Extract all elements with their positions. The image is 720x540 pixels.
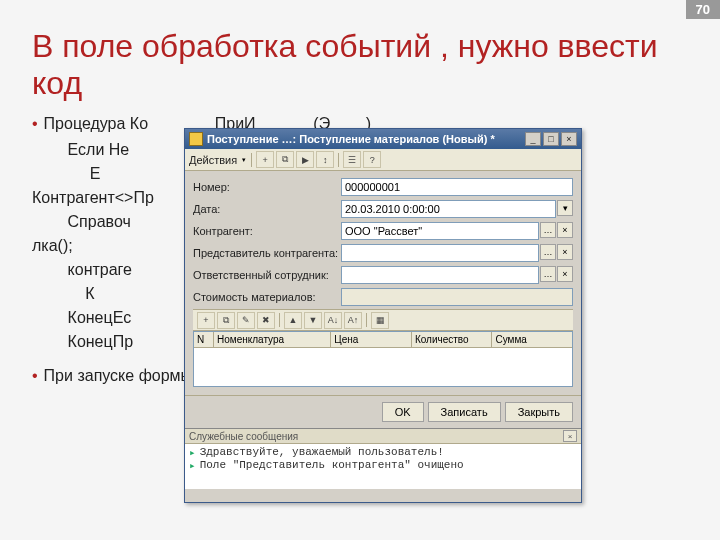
message-text: Здравствуйте, уважаемый пользователь! (200, 446, 444, 458)
grid-btn-movedown-icon[interactable]: ▼ (304, 312, 322, 329)
responsible-field[interactable] (341, 266, 539, 284)
titlebar[interactable]: Поступление …: Поступление материалов (Н… (185, 129, 581, 149)
responsible-clear-button[interactable]: × (557, 266, 573, 282)
close-button[interactable]: Закрыть (505, 402, 573, 422)
date-field[interactable]: 20.03.2010 0:00:00 (341, 200, 556, 218)
status-bar (185, 488, 581, 502)
messages-title: Служебные сообщения (189, 431, 298, 442)
app-icon (189, 132, 203, 146)
message-line: ▸Поле "Представитель контрагента" очищен… (189, 459, 577, 472)
representative-field[interactable] (341, 244, 539, 262)
label-counterparty: Контрагент: (193, 225, 341, 237)
label-responsible: Ответственный сотрудник: (193, 269, 341, 281)
save-button[interactable]: Записать (428, 402, 501, 422)
messages-panel: Служебные сообщения × ▸Здравствуйте, ува… (185, 428, 581, 488)
bullet-dot: • (32, 364, 38, 388)
main-toolbar: Действия ▾ + ⧉ ▶ ↕ ☰ ? (185, 149, 581, 171)
toolbar-separator (279, 313, 280, 327)
actions-dropdown-icon[interactable]: ▾ (241, 156, 247, 164)
counterparty-field[interactable]: ООО "Рассвет" (341, 222, 539, 240)
label-cost: Стоимость материалов: (193, 291, 341, 303)
grid-btn-edit-icon[interactable]: ✎ (237, 312, 255, 329)
bullet-icon: ▸ (189, 459, 196, 472)
grid-toolbar: + ⧉ ✎ ✖ ▲ ▼ A↓ A↑ ▦ (193, 309, 573, 331)
button-bar: OK Записать Закрыть (185, 395, 581, 428)
toolbar-btn-copy-icon[interactable]: ⧉ (276, 151, 294, 168)
grid-header-row: N Номенклатура Цена Количество Сумма (194, 332, 572, 348)
grid-btn-delete-icon[interactable]: ✖ (257, 312, 275, 329)
grid-btn-sortasc-icon[interactable]: A↓ (324, 312, 342, 329)
maximize-button[interactable]: □ (543, 132, 559, 146)
counterparty-clear-button[interactable]: × (557, 222, 573, 238)
responsible-choose-button[interactable]: … (540, 266, 556, 282)
grid-col-sum[interactable]: Сумма (492, 332, 572, 347)
ok-button[interactable]: OK (382, 402, 424, 422)
actions-menu[interactable]: Действия (189, 154, 237, 166)
grid-btn-copy-icon[interactable]: ⧉ (217, 312, 235, 329)
grid-btn-add-icon[interactable]: + (197, 312, 215, 329)
messages-body: ▸Здравствуйте, уважаемый пользователь! ▸… (185, 444, 581, 488)
toolbar-btn-post-icon[interactable]: ▶ (296, 151, 314, 168)
toolbar-btn-help-icon[interactable]: ? (363, 151, 381, 168)
page-number: 70 (686, 0, 720, 19)
messages-header: Служебные сообщения × (185, 429, 581, 444)
label-number: Номер: (193, 181, 341, 193)
grid-col-price[interactable]: Цена (331, 332, 412, 347)
grid-col-qty[interactable]: Количество (412, 332, 493, 347)
counterparty-choose-button[interactable]: … (540, 222, 556, 238)
toolbar-separator (366, 313, 367, 327)
toolbar-btn-add-icon[interactable]: + (256, 151, 274, 168)
grid-col-n[interactable]: N (194, 332, 214, 347)
grid-btn-sortdesc-icon[interactable]: A↑ (344, 312, 362, 329)
message-text: Поле "Представитель контрагента" очищено (200, 459, 464, 471)
bullet-icon: ▸ (189, 446, 196, 459)
representative-clear-button[interactable]: × (557, 244, 573, 260)
materials-grid[interactable]: N Номенклатура Цена Количество Сумма (193, 331, 573, 387)
messages-close-button[interactable]: × (563, 430, 577, 442)
toolbar-btn-nav-icon[interactable]: ↕ (316, 151, 334, 168)
close-window-button[interactable]: × (561, 132, 577, 146)
label-representative: Представитель контрагента: (193, 247, 341, 259)
minimize-button[interactable]: _ (525, 132, 541, 146)
slide-title: В поле обработка событий , нужно ввести … (32, 28, 688, 102)
message-line: ▸Здравствуйте, уважаемый пользователь! (189, 446, 577, 459)
grid-btn-moveup-icon[interactable]: ▲ (284, 312, 302, 329)
app-window: Поступление …: Поступление материалов (Н… (184, 128, 582, 503)
cost-field (341, 288, 573, 306)
form-area: Номер: 000000001 Дата: 20.03.2010 0:00:0… (185, 171, 581, 395)
bullet-dot: • (32, 112, 38, 136)
date-dropdown-icon[interactable]: ▾ (557, 200, 573, 216)
toolbar-btn-struct-icon[interactable]: ☰ (343, 151, 361, 168)
number-field[interactable]: 000000001 (341, 178, 573, 196)
grid-col-nomenclature[interactable]: Номенклатура (214, 332, 331, 347)
toolbar-separator (338, 153, 339, 167)
window-title: Поступление …: Поступление материалов (Н… (207, 133, 523, 145)
grid-btn-fill-icon[interactable]: ▦ (371, 312, 389, 329)
representative-choose-button[interactable]: … (540, 244, 556, 260)
label-date: Дата: (193, 203, 341, 215)
toolbar-separator (251, 153, 252, 167)
